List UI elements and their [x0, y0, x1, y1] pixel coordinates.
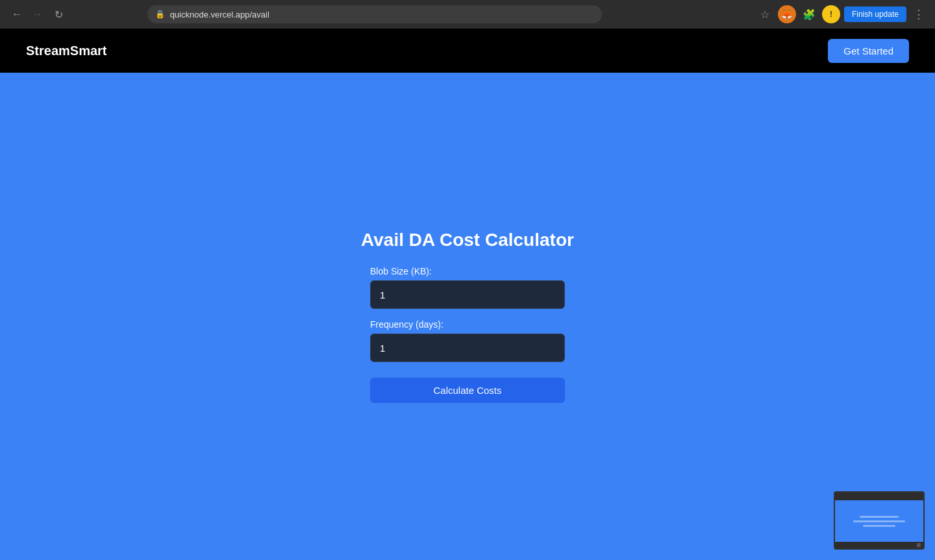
thumb-header [835, 493, 923, 500]
nav-buttons: ← → ↻ [8, 5, 68, 23]
thumb-line-1 [860, 516, 899, 518]
calculate-button[interactable]: Calculate Costs [370, 378, 565, 403]
browser-chrome: ← → ↻ 🔒 quicknode.vercel.app/avail ☆ 🦊 🧩… [0, 0, 935, 29]
thumbnail-overlay [834, 491, 925, 550]
user-avatar[interactable]: ! [822, 5, 840, 23]
lock-icon: 🔒 [155, 10, 165, 19]
main-content: Avail DA Cost Calculator Blob Size (KB):… [0, 73, 935, 560]
get-started-button[interactable]: Get Started [828, 39, 909, 63]
finish-update-button[interactable]: Finish update [844, 6, 906, 22]
thumb-lines [853, 516, 905, 527]
metamask-icon[interactable]: 🦊 [778, 5, 796, 23]
blob-size-group: Blob Size (KB): [370, 266, 565, 309]
site-logo: StreamSmart [26, 43, 107, 58]
address-bar[interactable]: 🔒 quicknode.vercel.app/avail [147, 5, 602, 23]
url-text: quicknode.vercel.app/avail [170, 10, 269, 19]
thumb-dot [917, 543, 921, 547]
site-header: StreamSmart Get Started [0, 29, 935, 73]
reload-button[interactable]: ↻ [49, 5, 68, 23]
frequency-group: Frequency (days): [370, 319, 565, 362]
frequency-input[interactable] [370, 334, 565, 362]
back-button[interactable]: ← [8, 5, 26, 23]
thumb-line-3 [863, 525, 895, 527]
star-icon[interactable]: ☆ [756, 5, 774, 23]
extensions-icon[interactable]: 🧩 [800, 5, 818, 23]
thumb-footer [835, 542, 923, 548]
calculator-title: Avail DA Cost Calculator [361, 230, 574, 250]
thumb-body [835, 500, 923, 542]
calculator-card: Avail DA Cost Calculator Blob Size (KB):… [361, 230, 574, 403]
blob-size-input[interactable] [370, 280, 565, 309]
forward-button[interactable]: → [29, 5, 47, 23]
kebab-menu-icon[interactable]: ⋮ [910, 7, 927, 21]
thumb-line-2 [853, 520, 905, 522]
browser-actions: ☆ 🦊 🧩 ! Finish update ⋮ [756, 5, 927, 23]
blob-size-label: Blob Size (KB): [370, 266, 565, 276]
frequency-label: Frequency (days): [370, 319, 565, 330]
